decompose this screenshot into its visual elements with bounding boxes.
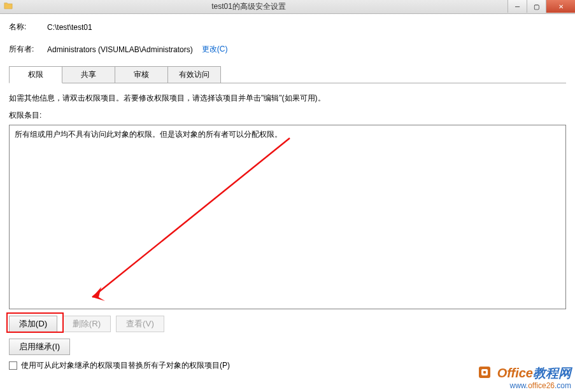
tab-effective-access[interactable]: 有效访问	[167, 66, 221, 83]
inherit-row: 启用继承(I)	[9, 339, 566, 355]
titlebar: test01的高级安全设置 ─ ▢ ✕	[0, 0, 575, 14]
watermark: Office教程网 www.office26.com	[478, 365, 571, 390]
owner-label: 所有者:	[9, 44, 47, 55]
window-buttons: ─ ▢ ✕	[508, 0, 575, 13]
remove-button: 删除(R)	[62, 316, 111, 332]
view-button: 查看(V)	[116, 316, 164, 332]
watermark-top-prefix: Office	[497, 366, 533, 380]
watermark-bottom-prefix: www.	[510, 381, 529, 390]
tab-share[interactable]: 共享	[62, 66, 115, 83]
action-buttons-row: 添加(D) 删除(R) 查看(V)	[9, 316, 566, 332]
name-label: 名称:	[9, 22, 47, 32]
watermark-bottom-mid: office26	[528, 381, 555, 390]
permission-entries-label: 权限条目:	[9, 110, 566, 121]
empty-permissions-text: 所有组或用户均不具有访问此对象的权限。但是该对象的所有者可以分配权限。	[15, 129, 560, 140]
maximize-button[interactable]: ▢	[527, 0, 546, 13]
permission-entries-list[interactable]: 所有组或用户均不具有访问此对象的权限。但是该对象的所有者可以分配权限。	[9, 125, 566, 309]
watermark-top-suffix: 教程网	[533, 366, 571, 380]
replace-permissions-label: 使用可从此对象继承的权限项目替换所有子对象的权限项目(P)	[21, 360, 230, 371]
info-text: 如需其他信息，请双击权限项目。若要修改权限项目，请选择该项目并单击"编辑"(如果…	[9, 92, 566, 104]
owner-value: Administrators (VISUMLAB\Administrators)	[47, 45, 193, 54]
window-title: test01的高级安全设置	[0, 1, 508, 12]
close-button[interactable]: ✕	[546, 0, 575, 13]
replace-permissions-checkbox[interactable]	[9, 361, 17, 370]
svg-line-0	[92, 138, 290, 297]
tab-audit[interactable]: 审核	[115, 66, 168, 83]
enable-inheritance-button[interactable]: 启用继承(I)	[9, 339, 70, 355]
minimize-button[interactable]: ─	[508, 0, 527, 13]
svg-rect-3	[483, 371, 486, 374]
name-row: 名称: C:\test\test01	[9, 22, 566, 32]
annotation-arrow	[73, 132, 302, 310]
tabs: 权限 共享 审核 有效访问	[9, 66, 566, 83]
watermark-bottom-suffix: .com	[555, 381, 571, 390]
watermark-icon	[478, 365, 492, 382]
dialog-content: 名称: C:\test\test01 所有者: Administrators (…	[0, 14, 575, 375]
owner-row: 所有者: Administrators (VISUMLAB\Administra…	[9, 44, 566, 55]
name-value: C:\test\test01	[47, 23, 92, 32]
change-owner-link[interactable]: 更改(C)	[202, 44, 228, 55]
tab-permissions[interactable]: 权限	[9, 66, 62, 83]
add-button[interactable]: 添加(D)	[9, 316, 57, 332]
